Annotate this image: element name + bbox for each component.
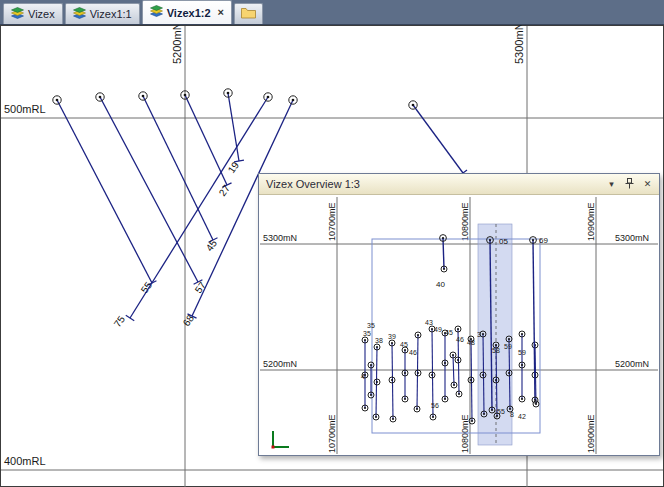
overview-hole-label: 42 bbox=[518, 413, 526, 420]
drillhole-label: 40 bbox=[436, 280, 445, 289]
overview-canvas[interactable]: 10700mE10700mE10800mE10800mE10900mE10900… bbox=[259, 195, 659, 456]
collar-dot bbox=[404, 372, 406, 374]
axis-orientation-marker bbox=[273, 431, 289, 447]
gridline-label: 5200mN bbox=[615, 359, 649, 369]
collar-dot bbox=[482, 333, 484, 335]
collar-dot bbox=[364, 407, 366, 409]
collar-dot bbox=[458, 393, 460, 395]
collar-dot bbox=[227, 92, 230, 95]
collar-dot bbox=[376, 346, 378, 348]
collar-dot bbox=[416, 408, 418, 410]
overview-hole-label: 55 bbox=[497, 408, 505, 415]
drillhole-label: 69 bbox=[539, 236, 548, 245]
close-icon[interactable]: ✕ bbox=[641, 180, 654, 189]
collar-dot bbox=[521, 398, 523, 400]
collar-dot bbox=[417, 372, 419, 374]
collar-dot bbox=[471, 420, 473, 422]
vizex-layers-icon bbox=[150, 5, 163, 20]
collar-dot bbox=[417, 334, 419, 336]
collar-dot bbox=[532, 239, 534, 241]
application-window: 5200mN5300mN500mRL400mRL55574527197568 V… bbox=[0, 0, 664, 487]
collar-dot bbox=[457, 359, 459, 361]
collar-dot bbox=[375, 416, 377, 418]
gridline-label: 10800mE bbox=[460, 414, 470, 453]
gridline-label: 10900mE bbox=[586, 414, 596, 453]
overview-panel: Vizex Overview 1:3 ▾ ✕ 10700mE10700mE108… bbox=[258, 173, 660, 456]
tab-bar: Vizex Vizex1:1 Vizex1:2 × bbox=[0, 0, 664, 25]
collar-dot bbox=[392, 418, 394, 420]
gridline-label: 5300mN bbox=[263, 233, 297, 243]
gridline-label: 5300mN bbox=[615, 233, 649, 243]
pin-icon[interactable] bbox=[623, 178, 636, 191]
overview-hole-label: 46 bbox=[409, 349, 417, 356]
gridline-label: 10700mE bbox=[327, 414, 337, 453]
overview-title-bar[interactable]: Vizex Overview 1:3 ▾ ✕ bbox=[259, 174, 659, 195]
drillhole-trace bbox=[533, 240, 535, 400]
collar-dot bbox=[184, 94, 187, 97]
overview-hole-label: 3 bbox=[477, 331, 481, 338]
overview-hole-label: 58 bbox=[492, 347, 500, 354]
tab-vizex1-1[interactable]: Vizex1:1 bbox=[65, 3, 140, 24]
collar-dot bbox=[412, 104, 415, 107]
folder-icon bbox=[241, 7, 256, 21]
collar-dot bbox=[483, 413, 485, 415]
overview-hole-label: 45 bbox=[445, 329, 453, 336]
gridline-label: 5200mN bbox=[263, 359, 297, 369]
tab-folder[interactable] bbox=[234, 3, 263, 24]
collar-dot bbox=[534, 399, 536, 401]
collar-dot bbox=[508, 372, 510, 374]
collar-dot bbox=[431, 374, 433, 376]
vizex-layers-icon bbox=[73, 7, 86, 22]
collar-dot bbox=[452, 354, 454, 356]
overview-title: Vizex Overview 1:3 bbox=[266, 178, 360, 190]
overview-hole-label: 46 bbox=[456, 336, 464, 343]
gridline-label: 10700mE bbox=[327, 202, 337, 241]
collar-dot bbox=[431, 328, 433, 330]
collar-dot bbox=[99, 96, 102, 99]
collar-dot bbox=[509, 408, 511, 410]
tab-vizex[interactable]: Vizex bbox=[3, 3, 63, 24]
collar-dot bbox=[142, 95, 145, 98]
collar-dot bbox=[482, 374, 484, 376]
collar-dot bbox=[521, 333, 523, 335]
overview-hole-label: 49 bbox=[434, 326, 442, 333]
gridline-label: 400mRL bbox=[4, 455, 46, 467]
collar-dot bbox=[443, 268, 445, 270]
collar-dot bbox=[376, 381, 378, 383]
collar-dot bbox=[56, 99, 59, 102]
gridline-label: 5300mN bbox=[513, 22, 525, 64]
overview-hole-label: 8 bbox=[510, 411, 514, 418]
collar-dot bbox=[391, 379, 393, 381]
collar-dot bbox=[521, 364, 523, 366]
collar-dot bbox=[489, 239, 491, 241]
collar-dot bbox=[457, 328, 459, 330]
overview-hole-label: 35 bbox=[363, 330, 371, 337]
collar-dot bbox=[442, 237, 444, 239]
collar-dot bbox=[432, 416, 434, 418]
collar-dot bbox=[470, 379, 472, 381]
drillhole-trace bbox=[392, 343, 393, 419]
tab-vizex1-2[interactable]: Vizex1:2 × bbox=[142, 0, 232, 24]
panel-menu-icon[interactable]: ▾ bbox=[605, 180, 618, 189]
overview-hole-label: 45 bbox=[400, 341, 408, 348]
collar-dot bbox=[444, 362, 446, 364]
drillhole-trace bbox=[443, 238, 444, 269]
overview-hole-label: 38 bbox=[375, 337, 383, 344]
gridline-label: 10900mE bbox=[586, 202, 596, 241]
overview-hole-label: 48 bbox=[467, 339, 475, 346]
overview-hole-label: 4 bbox=[361, 373, 365, 380]
tab-close-icon[interactable]: × bbox=[218, 7, 224, 18]
overview-hole-label: 56 bbox=[431, 402, 439, 409]
axis-origin-marker bbox=[272, 446, 275, 449]
drillhole-trace bbox=[417, 335, 418, 409]
tab-label: Vizex1:2 bbox=[167, 7, 211, 19]
collar-dot bbox=[496, 415, 498, 417]
collar-dot bbox=[267, 96, 270, 99]
overview-hole-label: 59 bbox=[504, 343, 512, 350]
gridline-label: 10800mE bbox=[460, 202, 470, 241]
tab-label: Vizex bbox=[28, 8, 55, 20]
collar-dot bbox=[508, 338, 510, 340]
overview-hole-label: 39 bbox=[388, 333, 396, 340]
gridline-label: 500mRL bbox=[4, 103, 46, 115]
drillhole-trace bbox=[453, 355, 454, 385]
